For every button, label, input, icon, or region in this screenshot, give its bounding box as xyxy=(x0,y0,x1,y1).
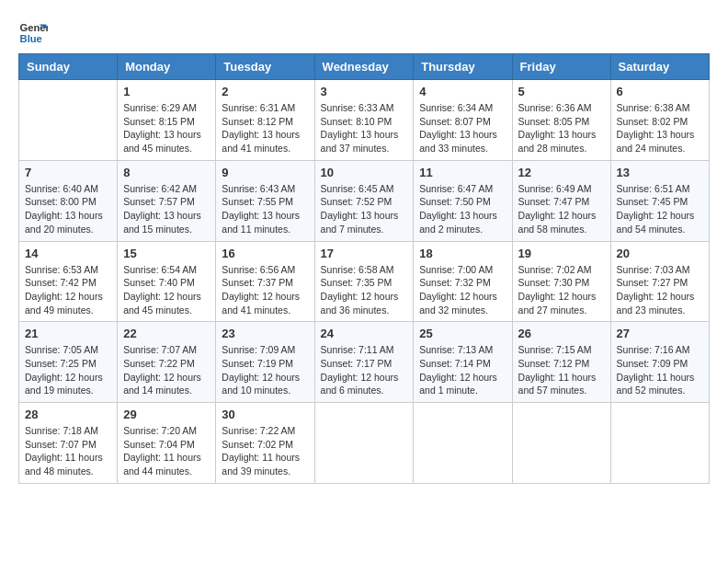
calendar-cell: 1Sunrise: 6:29 AM Sunset: 8:15 PM Daylig… xyxy=(118,80,216,161)
day-info: Sunrise: 6:53 AM Sunset: 7:42 PM Dayligh… xyxy=(25,263,111,317)
calendar-header-row: SundayMondayTuesdayWednesdayThursdayFrid… xyxy=(19,54,710,80)
calendar-cell: 8Sunrise: 6:42 AM Sunset: 7:57 PM Daylig… xyxy=(118,160,216,241)
day-info: Sunrise: 7:20 AM Sunset: 7:04 PM Dayligh… xyxy=(123,424,210,478)
day-info: Sunrise: 7:05 AM Sunset: 7:25 PM Dayligh… xyxy=(25,343,111,397)
calendar-cell: 27Sunrise: 7:16 AM Sunset: 7:09 PM Dayli… xyxy=(610,322,709,403)
day-number: 16 xyxy=(222,247,308,260)
day-number: 25 xyxy=(419,327,506,340)
calendar-cell: 2Sunrise: 6:31 AM Sunset: 8:12 PM Daylig… xyxy=(216,80,314,161)
calendar-cell xyxy=(512,403,610,484)
day-number: 17 xyxy=(321,247,408,260)
day-number: 10 xyxy=(321,166,408,179)
day-info: Sunrise: 6:54 AM Sunset: 7:40 PM Dayligh… xyxy=(123,263,210,317)
day-info: Sunrise: 6:40 AM Sunset: 8:00 PM Dayligh… xyxy=(25,182,111,236)
weekday-header-saturday: Saturday xyxy=(610,54,709,80)
day-number: 27 xyxy=(617,327,703,340)
calendar-cell: 22Sunrise: 7:07 AM Sunset: 7:22 PM Dayli… xyxy=(118,322,216,403)
calendar-cell: 16Sunrise: 6:56 AM Sunset: 7:37 PM Dayli… xyxy=(216,241,314,322)
day-info: Sunrise: 7:22 AM Sunset: 7:02 PM Dayligh… xyxy=(222,424,308,478)
calendar-cell xyxy=(19,80,118,161)
day-number: 13 xyxy=(617,166,703,179)
day-number: 5 xyxy=(518,85,605,98)
calendar-cell: 14Sunrise: 6:53 AM Sunset: 7:42 PM Dayli… xyxy=(19,241,118,322)
day-info: Sunrise: 6:42 AM Sunset: 7:57 PM Dayligh… xyxy=(123,182,210,236)
calendar-week-1: 1Sunrise: 6:29 AM Sunset: 8:15 PM Daylig… xyxy=(19,80,710,161)
weekday-header-sunday: Sunday xyxy=(19,54,118,80)
day-number: 18 xyxy=(419,247,506,260)
day-number: 9 xyxy=(222,166,308,179)
calendar-cell: 15Sunrise: 6:54 AM Sunset: 7:40 PM Dayli… xyxy=(118,241,216,322)
day-info: Sunrise: 6:29 AM Sunset: 8:15 PM Dayligh… xyxy=(123,101,210,155)
day-number: 14 xyxy=(25,247,111,260)
day-info: Sunrise: 7:02 AM Sunset: 7:30 PM Dayligh… xyxy=(518,263,605,317)
day-info: Sunrise: 7:13 AM Sunset: 7:14 PM Dayligh… xyxy=(419,343,506,397)
calendar-cell: 6Sunrise: 6:38 AM Sunset: 8:02 PM Daylig… xyxy=(610,80,709,161)
day-info: Sunrise: 7:16 AM Sunset: 7:09 PM Dayligh… xyxy=(617,343,703,397)
day-number: 29 xyxy=(123,408,210,421)
day-number: 20 xyxy=(617,247,703,260)
calendar-cell: 25Sunrise: 7:13 AM Sunset: 7:14 PM Dayli… xyxy=(414,322,512,403)
day-info: Sunrise: 7:00 AM Sunset: 7:32 PM Dayligh… xyxy=(419,263,506,317)
calendar-cell: 26Sunrise: 7:15 AM Sunset: 7:12 PM Dayli… xyxy=(512,322,610,403)
day-number: 15 xyxy=(123,247,210,260)
weekday-header-tuesday: Tuesday xyxy=(216,54,314,80)
day-info: Sunrise: 6:51 AM Sunset: 7:45 PM Dayligh… xyxy=(617,182,703,236)
weekday-header-monday: Monday xyxy=(118,54,216,80)
day-info: Sunrise: 6:49 AM Sunset: 7:47 PM Dayligh… xyxy=(518,182,605,236)
calendar-cell: 7Sunrise: 6:40 AM Sunset: 8:00 PM Daylig… xyxy=(19,160,118,241)
svg-text:General: General xyxy=(20,22,48,33)
calendar-cell: 5Sunrise: 6:36 AM Sunset: 8:05 PM Daylig… xyxy=(512,80,610,161)
day-info: Sunrise: 6:36 AM Sunset: 8:05 PM Dayligh… xyxy=(518,101,605,155)
weekday-header-wednesday: Wednesday xyxy=(314,54,414,80)
day-info: Sunrise: 7:15 AM Sunset: 7:12 PM Dayligh… xyxy=(518,343,605,397)
logo: General Blue xyxy=(18,18,51,48)
day-number: 30 xyxy=(222,408,308,421)
logo-icon: General Blue xyxy=(18,18,48,48)
calendar-cell: 18Sunrise: 7:00 AM Sunset: 7:32 PM Dayli… xyxy=(414,241,512,322)
calendar-cell: 23Sunrise: 7:09 AM Sunset: 7:19 PM Dayli… xyxy=(216,322,314,403)
calendar-week-3: 14Sunrise: 6:53 AM Sunset: 7:42 PM Dayli… xyxy=(19,241,710,322)
day-info: Sunrise: 6:38 AM Sunset: 8:02 PM Dayligh… xyxy=(617,101,703,155)
calendar-cell: 13Sunrise: 6:51 AM Sunset: 7:45 PM Dayli… xyxy=(610,160,709,241)
day-info: Sunrise: 6:31 AM Sunset: 8:12 PM Dayligh… xyxy=(222,101,308,155)
day-number: 19 xyxy=(518,247,605,260)
calendar-cell xyxy=(414,403,512,484)
day-number: 24 xyxy=(321,327,408,340)
calendar-cell: 28Sunrise: 7:18 AM Sunset: 7:07 PM Dayli… xyxy=(19,403,118,484)
day-info: Sunrise: 7:18 AM Sunset: 7:07 PM Dayligh… xyxy=(25,424,111,478)
day-info: Sunrise: 6:56 AM Sunset: 7:37 PM Dayligh… xyxy=(222,263,308,317)
day-number: 2 xyxy=(222,85,308,98)
weekday-header-thursday: Thursday xyxy=(414,54,512,80)
day-number: 8 xyxy=(123,166,210,179)
day-info: Sunrise: 6:58 AM Sunset: 7:35 PM Dayligh… xyxy=(321,263,408,317)
calendar-cell: 29Sunrise: 7:20 AM Sunset: 7:04 PM Dayli… xyxy=(118,403,216,484)
calendar-cell: 3Sunrise: 6:33 AM Sunset: 8:10 PM Daylig… xyxy=(314,80,414,161)
day-number: 1 xyxy=(123,85,210,98)
page-header: General Blue xyxy=(18,18,710,48)
day-number: 3 xyxy=(321,85,408,98)
day-info: Sunrise: 6:47 AM Sunset: 7:50 PM Dayligh… xyxy=(419,182,506,236)
day-number: 7 xyxy=(25,166,111,179)
calendar-cell xyxy=(610,403,709,484)
calendar-cell: 12Sunrise: 6:49 AM Sunset: 7:47 PM Dayli… xyxy=(512,160,610,241)
day-info: Sunrise: 6:33 AM Sunset: 8:10 PM Dayligh… xyxy=(321,101,408,155)
day-info: Sunrise: 6:34 AM Sunset: 8:07 PM Dayligh… xyxy=(419,101,506,155)
day-number: 22 xyxy=(123,327,210,340)
calendar-cell xyxy=(314,403,414,484)
calendar-week-5: 28Sunrise: 7:18 AM Sunset: 7:07 PM Dayli… xyxy=(19,403,710,484)
day-number: 12 xyxy=(518,166,605,179)
day-info: Sunrise: 7:03 AM Sunset: 7:27 PM Dayligh… xyxy=(617,263,703,317)
day-number: 4 xyxy=(419,85,506,98)
day-info: Sunrise: 7:07 AM Sunset: 7:22 PM Dayligh… xyxy=(123,343,210,397)
svg-text:Blue: Blue xyxy=(20,33,42,44)
calendar: SundayMondayTuesdayWednesdayThursdayFrid… xyxy=(18,53,710,484)
day-info: Sunrise: 7:11 AM Sunset: 7:17 PM Dayligh… xyxy=(321,343,408,397)
day-info: Sunrise: 6:43 AM Sunset: 7:55 PM Dayligh… xyxy=(222,182,308,236)
calendar-cell: 17Sunrise: 6:58 AM Sunset: 7:35 PM Dayli… xyxy=(314,241,414,322)
day-info: Sunrise: 6:45 AM Sunset: 7:52 PM Dayligh… xyxy=(321,182,408,236)
calendar-cell: 11Sunrise: 6:47 AM Sunset: 7:50 PM Dayli… xyxy=(414,160,512,241)
calendar-cell: 20Sunrise: 7:03 AM Sunset: 7:27 PM Dayli… xyxy=(610,241,709,322)
day-number: 21 xyxy=(25,327,111,340)
calendar-cell: 19Sunrise: 7:02 AM Sunset: 7:30 PM Dayli… xyxy=(512,241,610,322)
calendar-week-4: 21Sunrise: 7:05 AM Sunset: 7:25 PM Dayli… xyxy=(19,322,710,403)
